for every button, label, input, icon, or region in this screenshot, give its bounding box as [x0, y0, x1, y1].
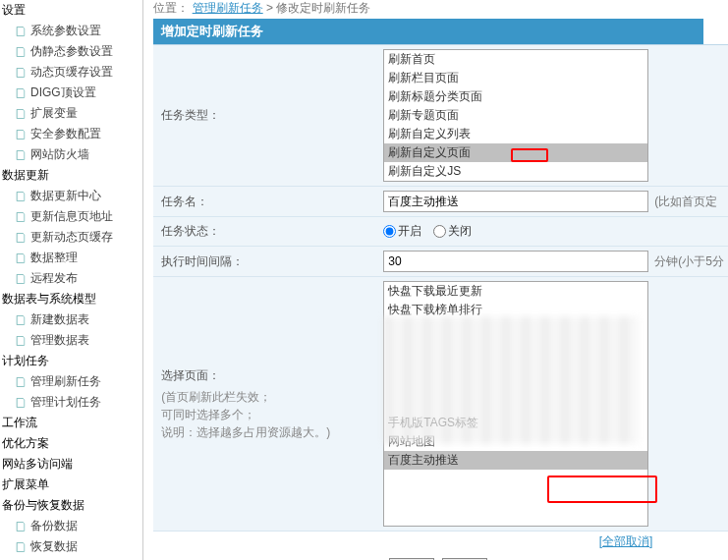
document-icon [14, 86, 28, 100]
sidebar-item[interactable]: 安全参数配置 [0, 124, 142, 144]
status-on-text: 开启 [398, 223, 421, 240]
pages-select[interactable]: 快盘下载最近更新快盘下载榜单排行 手机版TAGS标签网站地图百度主动推送 [383, 281, 648, 527]
document-icon [14, 231, 28, 245]
select-option[interactable]: 刷新自定义列表 [384, 125, 647, 143]
sidebar: 设置系统参数设置伪静态参数设置动态页缓存设置DIGG顶设置扩展变量安全参数配置网… [0, 0, 143, 560]
task-type-label: 任务类型： [153, 45, 379, 186]
breadcrumb-prefix: 位置： [153, 1, 189, 15]
sidebar-item-label: DIGG顶设置 [30, 84, 96, 101]
sidebar-item[interactable]: 备份数据 [0, 516, 142, 536]
sidebar-group[interactable]: 扩展菜单 [0, 475, 142, 495]
pages-hint-1: (首页刷新此栏失效； [161, 388, 371, 406]
sidebar-item-label: 扩展变量 [30, 105, 78, 122]
sidebar-item-label: 数据更新中心 [30, 188, 101, 204]
select-all-cancel: [全部取消] [153, 532, 664, 552]
select-option[interactable]: 快盘下载榜单排行 [384, 301, 647, 319]
interval-input[interactable] [383, 251, 648, 272]
select-option[interactable]: 百度主动推送 [384, 451, 647, 470]
pages-label: 选择页面： [161, 367, 371, 384]
sidebar-item-label: 伪静态参数设置 [30, 43, 113, 60]
sidebar-group[interactable]: 工作流 [0, 413, 142, 433]
main: 位置： 管理刷新任务 > 修改定时刷新任务 增加定时刷新任务 任务类型： 刷新首… [143, 0, 728, 560]
select-all-link[interactable]: 全部 [602, 534, 626, 548]
select-option[interactable]: 刷新自定义JS [384, 162, 647, 181]
sidebar-item[interactable]: 管理计划任务 [0, 392, 142, 413]
sidebar-item[interactable]: 新建数据表 [0, 309, 142, 330]
sidebar-item-label: 动态页缓存设置 [30, 64, 113, 81]
sidebar-item[interactable]: 伪静态参数设置 [0, 41, 142, 62]
task-name-input[interactable] [383, 191, 648, 212]
select-option[interactable] [384, 319, 647, 335]
document-icon [14, 272, 28, 286]
sidebar-item-label: 更新动态页缓存 [30, 229, 113, 246]
select-option[interactable] [384, 382, 647, 398]
sidebar-item-label: 更新信息页地址 [30, 208, 113, 225]
breadcrumb-current: 修改定时刷新任务 [276, 1, 370, 15]
breadcrumb-sep: > [266, 1, 276, 15]
sidebar-item[interactable]: 扩展变量 [0, 103, 142, 124]
task-status-label: 任务状态： [153, 217, 379, 246]
status-off-text: 关闭 [448, 223, 472, 240]
sidebar-group[interactable]: 优化方案 [0, 433, 142, 454]
sidebar-group[interactable]: 数据更新 [0, 165, 142, 186]
sidebar-group[interactable]: 备份与恢复数据 [0, 495, 142, 516]
pages-hint-3: 说明：选择越多占用资源越大。) [161, 423, 371, 441]
sidebar-group[interactable]: 数据表与系统模型 [0, 289, 142, 309]
document-icon [14, 25, 28, 38]
select-option[interactable] [384, 366, 647, 382]
document-icon [14, 45, 28, 59]
select-option[interactable]: 刷新自定义页面 [384, 143, 647, 162]
document-icon [14, 375, 28, 389]
sidebar-item[interactable]: 数据整理 [0, 248, 142, 268]
cancel-select-link[interactable]: 取消 [626, 534, 649, 548]
document-icon [14, 520, 28, 533]
select-option[interactable]: 刷新专题页面 [384, 106, 647, 125]
sidebar-group[interactable]: 计划任务 [0, 351, 142, 371]
document-icon [14, 313, 28, 327]
sidebar-item[interactable]: 管理刷新任务 [0, 371, 142, 392]
select-option[interactable]: 网站地图 [384, 432, 647, 451]
sidebar-item-label: 备份数据 [30, 518, 78, 534]
form: 任务类型： 刷新首页刷新栏目页面刷新标题分类页面刷新专题页面刷新自定义列表刷新自… [153, 44, 728, 560]
select-option[interactable] [384, 335, 647, 351]
task-type-select[interactable]: 刷新首页刷新栏目页面刷新标题分类页面刷新专题页面刷新自定义列表刷新自定义页面刷新… [383, 49, 648, 182]
document-icon [14, 66, 28, 80]
select-option[interactable]: 手机版TAGS标签 [384, 414, 647, 432]
sidebar-item-label: 远程发布 [30, 270, 78, 287]
sidebar-item-label: 管理刷新任务 [30, 373, 101, 390]
sidebar-group[interactable]: 网站多访问端 [0, 454, 142, 475]
sidebar-item-label: 网站防火墙 [30, 146, 89, 163]
sidebar-item-label: 数据整理 [30, 250, 78, 266]
sidebar-item[interactable]: 数据更新中心 [0, 186, 142, 206]
sidebar-item-label: 恢复数据 [30, 538, 78, 555]
pages-hint-2: 可同时选择多个； [161, 406, 371, 423]
document-icon [14, 107, 28, 121]
sidebar-group[interactable]: 设置 [0, 0, 142, 21]
document-icon [14, 210, 28, 224]
sidebar-item[interactable]: 管理数据表 [0, 330, 142, 351]
sidebar-item[interactable]: DIGG顶设置 [0, 83, 142, 103]
status-off-radio[interactable]: 关闭 [433, 223, 472, 240]
select-option[interactable]: 快盘下载最近更新 [384, 282, 647, 301]
sidebar-item[interactable]: 动态页缓存设置 [0, 62, 142, 83]
breadcrumb: 位置： 管理刷新任务 > 修改定时刷新任务 [153, 0, 728, 19]
breadcrumb-link-1[interactable]: 管理刷新任务 [193, 1, 263, 15]
sidebar-item-label: 安全参数配置 [30, 126, 101, 142]
status-on-radio[interactable]: 开启 [383, 223, 421, 240]
sidebar-item-label: 管理数据表 [30, 332, 89, 349]
document-icon [14, 128, 28, 141]
select-option[interactable] [384, 351, 647, 366]
sidebar-item[interactable]: 恢复数据 [0, 536, 142, 557]
select-option[interactable]: 刷新标题分类页面 [384, 87, 647, 106]
sidebar-item[interactable]: 网站防火墙 [0, 144, 142, 165]
task-name-label: 任务名： [153, 187, 379, 216]
sidebar-item[interactable]: 远程发布 [0, 268, 142, 289]
document-icon [14, 540, 28, 554]
document-icon [14, 252, 28, 265]
select-option[interactable]: 刷新首页 [384, 50, 647, 69]
sidebar-item[interactable]: 更新动态页缓存 [0, 227, 142, 248]
sidebar-item[interactable]: 更新信息页地址 [0, 206, 142, 227]
sidebar-item[interactable]: 系统参数设置 [0, 21, 142, 41]
select-option[interactable]: 刷新栏目页面 [384, 69, 647, 87]
select-option[interactable] [384, 398, 647, 414]
